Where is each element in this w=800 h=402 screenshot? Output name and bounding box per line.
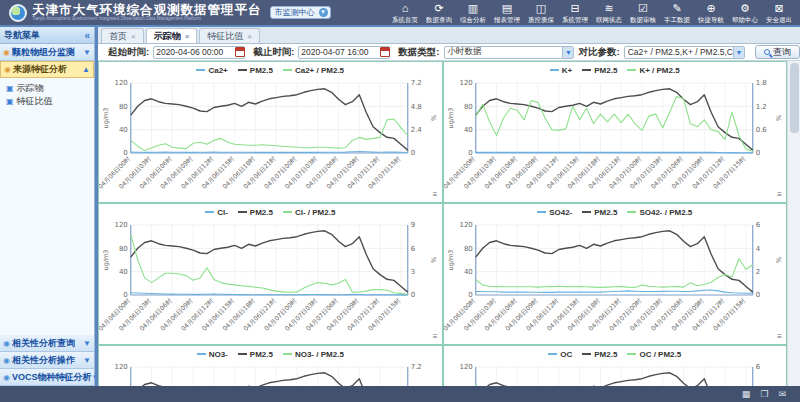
line-chart[interactable]: 040801200246ug/m3%04月06日00时04月06日03时04月0…	[444, 359, 787, 386]
legend-item[interactable]: PM2.5	[238, 66, 273, 75]
data-query-icon: ⟳	[422, 3, 456, 16]
nav-item-快捷导航[interactable]: ⊕快捷导航	[694, 2, 728, 23]
svg-text:4.8: 4.8	[411, 103, 422, 111]
mail-icon[interactable]: ✉	[778, 389, 786, 399]
svg-text:%: %	[430, 115, 438, 121]
legend-item[interactable]: SO42-	[537, 208, 572, 217]
sidebar-collapse-icon[interactable]: «	[84, 30, 90, 41]
legend-item[interactable]: Cl- / PM2.5	[283, 208, 335, 217]
svg-text:120: 120	[459, 221, 472, 229]
nav-item-系统首页[interactable]: ⌂系统首页	[388, 2, 422, 23]
legend-item[interactable]: Ca2+ / PM2.5	[283, 66, 344, 75]
svg-text:120: 120	[115, 79, 128, 87]
svg-text:120: 120	[459, 363, 472, 371]
chart-menu-icon[interactable]: ≡	[433, 191, 438, 199]
leaf-icon: ▣	[6, 84, 14, 93]
svg-text:6: 6	[755, 363, 759, 371]
sidebar-item-特征比值[interactable]: ▣特征比值	[6, 95, 92, 108]
legend-item[interactable]: OC	[548, 350, 572, 359]
calendar-grid-icon[interactable]: ▦	[742, 389, 751, 399]
calendar-icon[interactable]	[235, 47, 245, 57]
chart-panel: Cl-PM2.5Cl- / PM2.5040801200369ug/m3%04月…	[98, 203, 443, 345]
data-type-select[interactable]: 小时数据 ▼	[444, 46, 575, 59]
svg-text:80: 80	[463, 103, 472, 111]
legend-item[interactable]: PM2.5	[238, 350, 273, 359]
vertical-scrollbar[interactable]	[787, 61, 800, 386]
close-icon[interactable]: ×	[131, 32, 136, 41]
nav-item-综合分析[interactable]: ▥综合分析	[456, 2, 490, 23]
printer-icon[interactable]: ❐	[760, 389, 768, 399]
line-chart[interactable]: 0408012002.44.87.2ug/m3%04月06日00时04月06日0…	[99, 359, 442, 386]
nav-item-数据查询[interactable]: ⟳数据查询	[422, 2, 456, 23]
legend-item[interactable]: NO3- / PM2.5	[283, 350, 344, 359]
calendar-icon[interactable]	[380, 47, 390, 57]
nav-item-安全退出[interactable]: ⊠安全退出	[762, 2, 796, 23]
line-chart[interactable]: 0408012000.61.21.8ug/m3%04月06日00时04月06日0…	[444, 75, 787, 201]
nav-item-数据审核[interactable]: ☑数据审核	[626, 2, 660, 23]
line-chart[interactable]: 040801200246ug/m3%04月06日00时04月06日03时04月0…	[444, 217, 787, 343]
svg-text:2.4: 2.4	[411, 126, 423, 134]
chart-legend: Cl-PM2.5Cl- / PM2.5	[99, 204, 442, 217]
audit-icon: ☑	[626, 3, 660, 16]
tab-特征比值[interactable]: 特征比值×	[199, 28, 260, 43]
search-icon	[764, 49, 770, 55]
chart-panel: NO3-PM2.5NO3- / PM2.50408012002.44.87.2u…	[98, 345, 443, 386]
legend-item[interactable]: PM2.5	[582, 208, 617, 217]
station-select[interactable]: 市监测中心 ▼	[270, 6, 331, 19]
legend-item[interactable]: PM2.5	[582, 66, 617, 75]
legend-item[interactable]: NO3-	[197, 350, 228, 359]
sidebar-group-来源特征分析[interactable]: ◉来源特征分析▲	[0, 61, 94, 78]
line-chart[interactable]: 0408012002.44.87.2ug/m3%04月06日00时04月06日0…	[99, 75, 442, 201]
legend-label: Ca2+ / PM2.5	[295, 66, 344, 75]
legend-swatch	[627, 69, 636, 71]
chart-legend: OCPM2.5OC / PM2.5	[444, 346, 787, 359]
sidebar-item-示踪物[interactable]: ▣示踪物	[6, 82, 92, 95]
legend-label: PM2.5	[250, 350, 273, 359]
nav-item-label: 帮助中心	[729, 16, 760, 22]
legend-item[interactable]: SO42- / PM2.5	[627, 208, 692, 217]
tab-label: 特征比值	[207, 30, 243, 43]
nav-item-帮助中心[interactable]: ⚙帮助中心	[728, 2, 762, 23]
tab-示踪物[interactable]: 示踪物×	[146, 28, 198, 43]
close-icon[interactable]: ×	[247, 32, 252, 41]
compare-param-select[interactable]: Ca2+ / PM2.5,K+ / PM2.5,C ▼	[624, 46, 745, 59]
legend-item[interactable]: Ca2+	[196, 66, 227, 75]
status-bar: ▦❐✉	[0, 386, 800, 402]
legend-item[interactable]: OC / PM2.5	[627, 350, 681, 359]
legend-item[interactable]: K+	[550, 66, 572, 75]
legend-item[interactable]: PM2.5	[582, 350, 617, 359]
svg-text:40: 40	[463, 126, 472, 134]
search-button[interactable]: 查询	[755, 45, 800, 59]
close-icon[interactable]: ×	[185, 32, 190, 41]
sidebar-group-相关性分析操作[interactable]: ◉相关性分析操作▼	[0, 352, 94, 369]
line-chart[interactable]: 040801200369ug/m3%04月06日00时04月06日03时04月0…	[99, 217, 442, 343]
legend-swatch	[283, 69, 292, 71]
legend-item[interactable]: Cl-	[205, 208, 228, 217]
start-time-input[interactable]	[153, 46, 245, 59]
nav-item-系统管理[interactable]: ⊟系统管理	[558, 2, 592, 23]
chart-panel: K+PM2.5K+ / PM2.50408012000.61.21.8ug/m3…	[443, 61, 788, 203]
legend-item[interactable]: PM2.5	[238, 208, 273, 217]
chart-menu-icon[interactable]: ≡	[777, 333, 782, 341]
chart-menu-icon[interactable]: ≡	[777, 191, 782, 199]
sidebar-group-VOCS物种特征分析[interactable]: ◉VOCS物种特征分析▼	[0, 369, 94, 386]
scrollbar-thumb[interactable]	[790, 63, 799, 133]
data-type-value: 小时数据	[448, 46, 482, 58]
chevron-down-icon: ▼	[319, 8, 328, 17]
sidebar-group-相关性分析查询[interactable]: ◉相关性分析查询▼	[0, 335, 94, 352]
svg-text:7.2: 7.2	[411, 363, 422, 371]
app-logo-icon	[9, 4, 27, 22]
legend-label: NO3- / PM2.5	[295, 350, 344, 359]
nav-item-手工数据[interactable]: ✎手工数据	[660, 2, 694, 23]
nav-item-联网状态[interactable]: ≋联网状态	[592, 2, 626, 23]
nav-item-质控质保[interactable]: ◫质控质保	[524, 2, 558, 23]
nav-item-报表管理[interactable]: ▤报表管理	[490, 2, 524, 23]
sidebar-group-颗粒物组分监测[interactable]: ◉颗粒物组分监测▼	[0, 44, 94, 61]
legend-item[interactable]: K+ / PM2.5	[627, 66, 679, 75]
chart-menu-icon[interactable]: ≡	[433, 333, 438, 341]
network-icon: ≋	[592, 3, 626, 16]
tab-首页[interactable]: 首页×	[101, 28, 144, 43]
folder-icon: ◉	[3, 339, 10, 348]
home-icon: ⌂	[388, 3, 422, 16]
end-time-input[interactable]	[298, 46, 390, 59]
